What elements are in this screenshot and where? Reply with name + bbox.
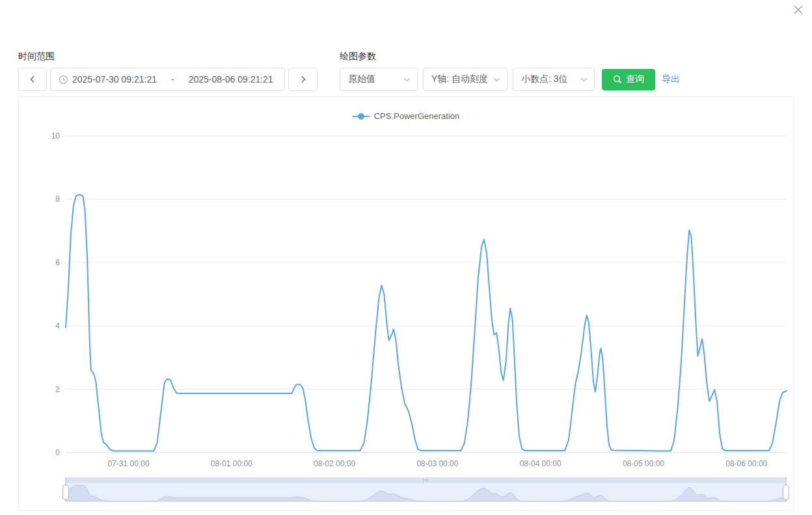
datazoom-handle-right[interactable]: [783, 485, 789, 499]
chevron-down-icon: [403, 77, 411, 82]
datazoom-handle-left[interactable]: [63, 485, 69, 499]
plot-params-group: 绘图参数 原始值 Y轴: 自动刻度 小数点: 3位: [340, 51, 680, 91]
value-mode-value: 原始值: [348, 73, 375, 85]
x-axis-label: 08-01 00:00: [211, 459, 252, 468]
x-axis-label: 08-04 00:00: [520, 459, 562, 468]
x-axis-label: 08-06 00:00: [725, 459, 767, 468]
chevron-left-icon: [29, 75, 36, 83]
x-axis-label: 08-03 00:00: [416, 459, 458, 468]
x-axis-label: 07-31 00:00: [108, 459, 150, 468]
export-link[interactable]: 导出: [662, 73, 680, 85]
query-button-label: 查询: [626, 73, 644, 85]
y-axis-scale-select[interactable]: Y轴: 自动刻度: [423, 68, 508, 91]
query-button[interactable]: 查询: [602, 69, 655, 90]
date-separator: -: [171, 74, 174, 85]
y-axis-label: 8: [55, 194, 60, 204]
date-start-value[interactable]: 2025-07-30 09:21:21: [72, 74, 157, 85]
decimal-places-select[interactable]: 小数点: 3位: [513, 68, 595, 91]
toolbar: 时间范围 2025-07-30 09:21:21 - 2025-08-06 09…: [18, 51, 680, 91]
close-icon: [794, 5, 803, 14]
decimal-places-value: 小数点: 3位: [521, 73, 568, 85]
y-axis-label: 4: [55, 321, 60, 330]
close-button[interactable]: [792, 3, 805, 16]
clock-icon: [59, 75, 68, 85]
y-axis-scale-value: Y轴: 自动刻度: [431, 73, 488, 85]
y-axis-label: 0: [55, 448, 60, 457]
time-range-label: 时间范围: [18, 51, 318, 61]
value-mode-select[interactable]: 原始值: [340, 68, 418, 91]
y-axis-label: 2: [55, 385, 60, 394]
x-axis-label: 08-05 00:00: [623, 459, 664, 468]
line-chart: 024681007-31 00:0008-01 00:0008-02 00:00…: [19, 97, 793, 510]
y-axis-label: 10: [51, 131, 61, 140]
chevron-right-icon: [299, 75, 307, 83]
chevron-down-icon: [493, 77, 500, 82]
chevron-down-icon: [580, 77, 588, 82]
search-icon: [613, 75, 622, 84]
series-line: [66, 194, 787, 451]
plot-params-label: 绘图参数: [340, 51, 680, 61]
time-range-group: 时间范围 2025-07-30 09:21:21 - 2025-08-06 09…: [18, 51, 318, 91]
y-axis-label: 6: [55, 258, 60, 267]
date-end-value[interactable]: 2025-08-06 09:21:21: [189, 74, 273, 85]
prev-period-button[interactable]: [18, 68, 47, 91]
chart-panel: CPS.PowerGeneration 024681007-31 00:0008…: [18, 96, 794, 511]
next-period-button[interactable]: [288, 68, 318, 91]
x-axis-label: 08-02 00:00: [314, 459, 355, 468]
date-range-input[interactable]: 2025-07-30 09:21:21 - 2025-08-06 09:21:2…: [50, 68, 285, 91]
